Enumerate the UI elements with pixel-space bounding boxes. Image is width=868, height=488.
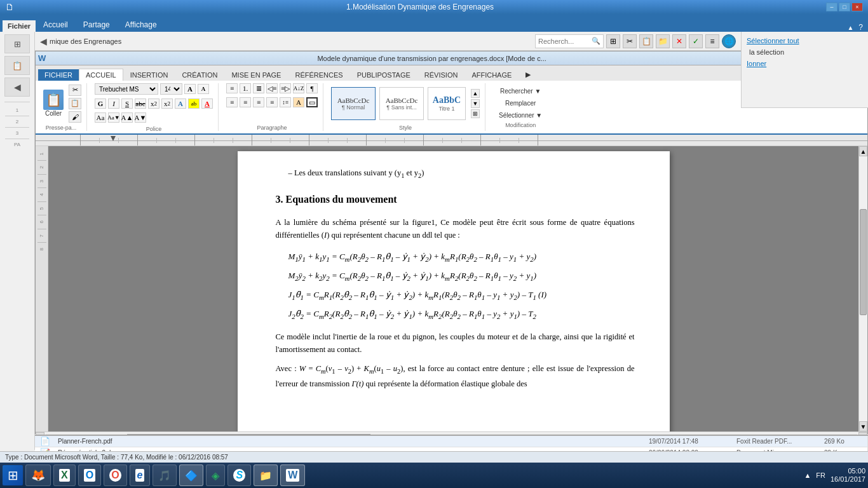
toolbar-icon-4[interactable]: 📁 (656, 34, 670, 48)
search-input[interactable] (538, 37, 589, 45)
start-button[interactable]: ⊞ (3, 465, 23, 485)
strikethrough-btn[interactable]: abc (135, 98, 146, 109)
outer-tab-accueil[interactable]: Accueil (36, 18, 76, 32)
format-painter-btn[interactable]: 🖌 (69, 111, 81, 123)
style-scroll-btn[interactable]: ▲ ▼ ⊞ (471, 89, 480, 118)
align-left[interactable]: ≡ (226, 97, 238, 107)
italic-btn[interactable]: I (108, 98, 119, 109)
vertical-scrollbar[interactable]: ▲ ▼ (858, 146, 867, 431)
excel-btn[interactable]: X (53, 464, 76, 486)
file-item-1[interactable]: 📄 Planner-French.pdf 19/07/2014 17:48 Fo… (35, 436, 868, 447)
sidebar-icon-2[interactable]: 📋 (4, 56, 30, 75)
close-button[interactable]: × (851, 3, 863, 11)
scroll-thumb[interactable] (860, 209, 867, 315)
sidebar-icon-prev[interactable]: ◀ (4, 78, 30, 97)
language-indicator[interactable]: FR (816, 471, 825, 479)
clear-format-btn[interactable]: Aa (95, 112, 106, 123)
toolbar-icon-5[interactable]: ≡ (705, 34, 719, 48)
files-btn[interactable]: 📁 (254, 464, 278, 486)
numbering-btn[interactable]: 1. (240, 83, 251, 93)
font-case-btn[interactable]: Aa▼ (108, 112, 119, 123)
equation-4: J2θ̈2 = CmR2(R2θ̇2 – R1θ̇1 – ẏ2 + ẏ1) + … (288, 306, 635, 323)
style-normal[interactable]: AaBbCcDc ¶ Normal (331, 87, 376, 120)
outer-tab-fichier[interactable]: Fichier (3, 20, 36, 32)
opera-btn[interactable]: O (104, 464, 126, 486)
inner-tab-accueil[interactable]: ACCUEIL (79, 69, 123, 81)
align-right[interactable]: ≡ (253, 97, 264, 107)
font-grow-btn[interactable]: A (184, 84, 196, 94)
decrease-indent[interactable]: ◁≡ (266, 83, 278, 93)
subscript-btn[interactable]: x2 (148, 98, 159, 109)
left-margin: 1 2 3 4 5 6 7 8 (36, 146, 48, 431)
para-row-2: ≡ ≡ ≡ ≡ ↕≡ A ▭ (226, 97, 318, 107)
cut-btn[interactable]: ✂ (69, 85, 81, 96)
invert-btn[interactable]: Ionner (747, 60, 863, 67)
sort-btn[interactable]: A↓Z (293, 83, 304, 93)
copy-btn[interactable]: 📋 (69, 98, 81, 109)
sidebar-icon-copy[interactable]: ⊞ (4, 34, 30, 53)
word-btn[interactable]: W (280, 464, 305, 486)
inner-tab-revision[interactable]: RÉVISION (417, 69, 465, 81)
inner-tab-publipostage[interactable]: PUBLIPOSTAGE (350, 69, 417, 81)
font-color-btn[interactable]: A (201, 98, 213, 109)
outlook-btn[interactable]: O (78, 464, 101, 486)
itunes-btn[interactable]: 🎵 (153, 464, 177, 486)
inner-tab-misepage[interactable]: MISE EN PAGE (224, 69, 288, 81)
highlight-btn[interactable]: ab (188, 98, 200, 109)
outer-tab-affichage[interactable]: Affichage (118, 18, 165, 32)
mod-select-btn[interactable]: Sélectionner ▼ (496, 110, 545, 121)
style-sans-interligne[interactable]: AaBbCcDc ¶ Sans int... (379, 87, 424, 120)
inner-tab-references[interactable]: RÉFÉRENCES (288, 69, 349, 81)
skype-btn[interactable]: S (227, 464, 251, 486)
search-icon[interactable]: 🔍 (592, 37, 600, 45)
tray-arrow[interactable]: ▲ (804, 471, 811, 479)
align-justify[interactable]: ≡ (266, 97, 278, 107)
ie-btn[interactable]: e (130, 464, 151, 486)
minimize-button[interactable]: – (826, 3, 837, 11)
select-all-btn[interactable]: Sélectionner tout (747, 37, 863, 44)
toolbar-icon-3[interactable]: 📋 (639, 34, 653, 48)
inner-tab-creation[interactable]: CRÉATION (175, 69, 224, 81)
mod-replace-btn[interactable]: Remplacer (502, 98, 539, 109)
toolbar-icon-globe[interactable]: 🌐 (722, 34, 736, 48)
matlab-btn[interactable]: 🔷 (179, 464, 203, 486)
toolbar-icon-x[interactable]: ✕ (672, 34, 686, 48)
inner-tab-fichier[interactable]: FICHIER (38, 69, 79, 81)
style-titre1[interactable]: AaBbC Titre 1 (428, 87, 466, 120)
text-effect-btn[interactable]: A (175, 98, 186, 109)
scroll-down-btn[interactable]: ▼ (859, 421, 867, 431)
clock[interactable]: 05:00 16/01/2017 (831, 467, 865, 484)
bold-btn[interactable]: G (95, 98, 106, 109)
increase-indent[interactable]: ≡▷ (280, 83, 291, 93)
toolbar-icon-1[interactable]: ⊞ (606, 34, 620, 48)
help-icon[interactable]: ? (858, 23, 863, 32)
toolbar-icon-check[interactable]: ✓ (689, 34, 703, 48)
shading-btn[interactable]: A (293, 97, 304, 107)
inner-tab-insertion[interactable]: INSERTION (123, 69, 175, 81)
scroll-up-btn[interactable]: ▲ (859, 146, 867, 156)
font-shrink-btn[interactable]: A (198, 84, 209, 94)
multilevel-btn[interactable]: ≣ (253, 83, 264, 93)
mod-search-btn[interactable]: Rechercher ▼ (497, 86, 544, 97)
superscript-btn[interactable]: x2 (161, 98, 173, 109)
show-marks-btn[interactable]: ¶ (306, 83, 318, 93)
inner-tab-affichage[interactable]: AFFICHAGE (465, 69, 519, 81)
maximize-button[interactable]: □ (839, 3, 850, 11)
firefox-btn[interactable]: 🦊 (25, 464, 51, 486)
nav-back[interactable]: ◀ (40, 36, 47, 46)
underline-btn[interactable]: S (121, 98, 133, 109)
font-select[interactable]: Trebuchet MS (95, 83, 158, 95)
inner-tab-more[interactable]: ▶ (519, 68, 538, 81)
align-center[interactable]: ≡ (240, 97, 251, 107)
toolbar-icon-2[interactable]: ✂ (623, 34, 637, 48)
up-arrow[interactable]: ▲ (847, 24, 853, 31)
border-btn[interactable]: ▭ (306, 97, 318, 107)
coller-button[interactable]: 📋 Coller (41, 88, 66, 118)
bullets-btn[interactable]: ≡ (226, 83, 238, 93)
outer-tab-partage[interactable]: Partage (76, 18, 118, 32)
font-size-down[interactable]: A▼ (135, 112, 146, 123)
font-size-up[interactable]: A▲ (121, 112, 133, 123)
pdfedit-btn[interactable]: ◈ (206, 464, 225, 486)
line-spacing-btn[interactable]: ↕≡ (280, 97, 291, 107)
font-size-select[interactable]: 14 (160, 83, 182, 95)
